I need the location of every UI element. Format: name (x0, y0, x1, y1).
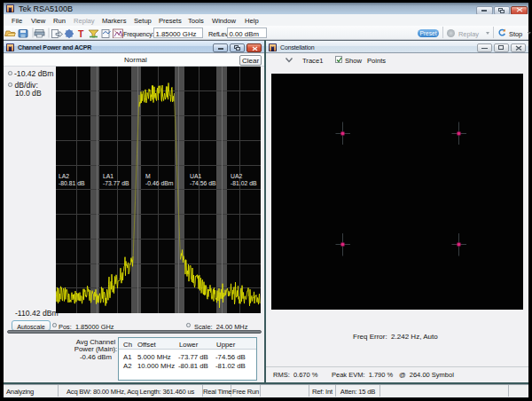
svg-text:LA2: LA2 (59, 173, 69, 179)
svg-text:LA1: LA1 (103, 173, 113, 179)
svg-text:-73.77 dB: -73.77 dB (103, 180, 129, 186)
svg-text:T: T (78, 28, 84, 39)
svg-text:-81.02 dB: -81.02 dB (231, 180, 257, 186)
svg-text:M: M (145, 173, 151, 179)
svg-text:-0.46 dBm: -0.46 dBm (145, 180, 174, 186)
svg-text:-80.81 dB: -80.81 dB (59, 180, 85, 186)
svg-text:UA2: UA2 (231, 173, 242, 179)
svg-text:-74.56 dB: -74.56 dB (190, 180, 216, 186)
svg-text:UA1: UA1 (190, 173, 201, 179)
